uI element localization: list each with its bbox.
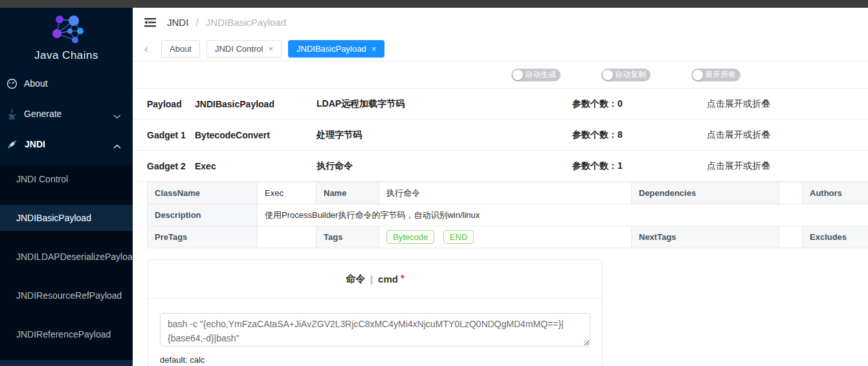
payload-row[interactable]: Payload JNDIBasicPayload LDAP远程加载字节码 参数个… xyxy=(133,89,868,120)
row-role: Payload xyxy=(147,99,195,109)
sidebar-item-label: JNDIBasicPayload xyxy=(16,213,91,223)
default-value-hint: default: calc xyxy=(160,355,590,365)
close-icon[interactable]: × xyxy=(268,45,273,53)
sidebar-item-label: JNDI xyxy=(25,139,45,149)
row-expand-hint: 点击展开或折叠 xyxy=(707,129,868,141)
row-desc: 处理字节码 xyxy=(317,129,572,141)
pretags-header: PreTags xyxy=(148,226,258,248)
row-expand-hint: 点击展开或折叠 xyxy=(707,160,868,172)
tab-jndi-control[interactable]: JNDI Control × xyxy=(206,40,282,58)
sidebar-item-jndi[interactable]: JNDI xyxy=(0,135,133,153)
menu-fold-icon[interactable] xyxy=(144,17,157,28)
tab-jndibasicpayload[interactable]: JNDIBasicPayload × xyxy=(288,40,384,58)
sidebar-item-jndibasicpayload[interactable]: JNDIBasicPayload xyxy=(0,205,133,231)
sidebar-item-partial xyxy=(0,360,133,366)
row-param-count: 参数个数：8 xyxy=(572,129,707,141)
sidebar-item-about[interactable]: About xyxy=(0,74,133,92)
nexttags-header: NextTags xyxy=(632,226,779,248)
tags-value: Bytecode END xyxy=(379,226,632,248)
switch-label: 展开所有 xyxy=(705,69,736,80)
sidebar-item-generate[interactable]: Generate xyxy=(0,105,133,123)
sidebar: Java Chains About Generate xyxy=(0,8,133,366)
table-row: Description 使用ProcessBuilder执行命令的字节码，自动识… xyxy=(148,204,868,226)
tab-label: JNDI Control xyxy=(215,44,263,54)
breadcrumb-current: JNDIBasicPayload xyxy=(206,17,286,28)
breadcrumb: JNDI / JNDIBasicPayload xyxy=(167,17,286,28)
sidebar-item-label: JNDILDAPDeserializePayloa xyxy=(16,252,133,262)
cmd-param-body: bash -c "{echo,YmFzaCAtaSA+JiAvZGV2L3Rjc… xyxy=(148,299,602,366)
row-name: JNDIBasicPayload xyxy=(195,99,317,109)
auto-copy-switch[interactable]: 自动复制 xyxy=(601,69,651,81)
sidebar-item-label: JNDI Control xyxy=(16,174,68,184)
main-content: JNDI / JNDIBasicPayload ‹ About JNDI Con… xyxy=(133,8,868,366)
row-role: Gadget 1 xyxy=(147,130,195,140)
tab-bar: ‹ About JNDI Control × JNDIBasicPayload … xyxy=(133,37,868,61)
window-top-strip xyxy=(0,0,868,8)
required-mark: * xyxy=(401,272,405,283)
name-header: Name xyxy=(317,182,379,204)
row-param-count: 参数个数：0 xyxy=(572,98,707,110)
syringe-icon xyxy=(6,138,18,150)
nexttags-value xyxy=(779,226,803,248)
param-title-zh: 命令 xyxy=(346,273,365,285)
gadget1-row[interactable]: Gadget 1 BytecodeConvert 处理字节码 参数个数：8 点击… xyxy=(133,120,868,151)
gadget2-row[interactable]: Gadget 2 Exec 执行命令 参数个数：1 点击展开或折叠 xyxy=(133,151,868,182)
chevron-down-icon xyxy=(113,114,121,119)
row-name: BytecodeConvert xyxy=(195,130,317,140)
row-expand-hint: 点击展开或折叠 xyxy=(707,98,868,110)
row-desc: 执行命令 xyxy=(317,160,572,172)
classname-value: Exec xyxy=(258,182,317,204)
expand-all-switch[interactable]: 展开所有 xyxy=(691,69,740,81)
logo-network-icon xyxy=(45,14,88,47)
description-value: 使用ProcessBuilder执行命令的字节码，自动识别win/linux xyxy=(258,204,868,226)
row-desc: LDAP远程加载字节码 xyxy=(317,98,572,110)
param-title-separator: | xyxy=(370,274,373,285)
page-header: JNDI / JNDIBasicPayload xyxy=(133,8,868,37)
switch-label: 自动生成 xyxy=(525,69,556,80)
cmd-param-header: 命令 | cmd * xyxy=(148,260,602,299)
pretags-value xyxy=(258,226,317,248)
name-value: 执行命令 xyxy=(379,182,632,204)
gadget-detail-table: ClassName Exec Name 执行命令 Dependencies Au… xyxy=(147,182,868,248)
close-icon[interactable]: × xyxy=(372,45,377,53)
switch-knob xyxy=(693,70,703,80)
cmd-input[interactable]: bash -c "{echo,YmFzaCAtaSA+JiAvZGV2L3Rjc… xyxy=(160,313,590,347)
excludes-header: Excludes xyxy=(803,226,868,248)
sidebar-item-jndi-control[interactable]: JNDI Control xyxy=(0,166,133,192)
sidebar-item-jndiresourcerefpayload[interactable]: JNDIResourceRefPayload xyxy=(0,283,133,308)
dependencies-header: Dependencies xyxy=(632,182,779,204)
sidebar-item-label: Generate xyxy=(24,109,61,119)
row-param-count: 参数个数：1 xyxy=(572,160,707,172)
java-icon xyxy=(6,109,17,120)
toggle-bar: 自动生成 自动复制 展开所有 xyxy=(133,61,868,89)
breadcrumb-jndi[interactable]: JNDI xyxy=(167,17,188,28)
dependencies-value xyxy=(779,182,803,204)
tab-label: JNDIBasicPayload xyxy=(296,44,366,54)
tag-end: END xyxy=(443,230,474,244)
sidebar-item-label: JNDIReferencePayload xyxy=(16,329,111,339)
tabs-back-icon[interactable]: ‹ xyxy=(144,44,156,54)
tags-header: Tags xyxy=(317,226,379,248)
cmd-input-wrap: bash -c "{echo,YmFzaCAtaSA+JiAvZGV2L3Rjc… xyxy=(160,313,590,347)
authors-header: Authors xyxy=(803,182,868,204)
tab-label: About xyxy=(170,44,192,54)
logo-title: Java Chains xyxy=(34,49,98,62)
tab-about[interactable]: About xyxy=(161,40,200,58)
sidebar-item-jndireferencepayload[interactable]: JNDIReferencePayload xyxy=(0,321,133,347)
tag-bytecode: Bytecode xyxy=(386,230,434,244)
row-role: Gadget 2 xyxy=(147,161,195,171)
row-name: Exec xyxy=(195,161,317,171)
switch-label: 自动复制 xyxy=(615,69,646,80)
sidebar-item-jndildapdeserializepayload[interactable]: JNDILDAPDeserializePayloa xyxy=(0,244,133,270)
table-row: PreTags Tags Bytecode END NextTags Exclu… xyxy=(148,226,868,248)
chevron-up-icon xyxy=(113,144,121,149)
description-header: Description xyxy=(148,204,258,226)
gauge-icon xyxy=(6,78,17,89)
logo: Java Chains xyxy=(0,8,133,62)
auto-generate-switch[interactable]: 自动生成 xyxy=(511,69,561,81)
sidebar-item-label: About xyxy=(24,78,48,89)
table-row: ClassName Exec Name 执行命令 Dependencies Au… xyxy=(148,182,868,204)
jndi-submenu: JNDI Control JNDIBasicPayload JNDILDAPDe… xyxy=(0,165,133,366)
switch-knob xyxy=(513,70,523,80)
sidebar-item-label: JNDIResourceRefPayload xyxy=(16,290,122,301)
